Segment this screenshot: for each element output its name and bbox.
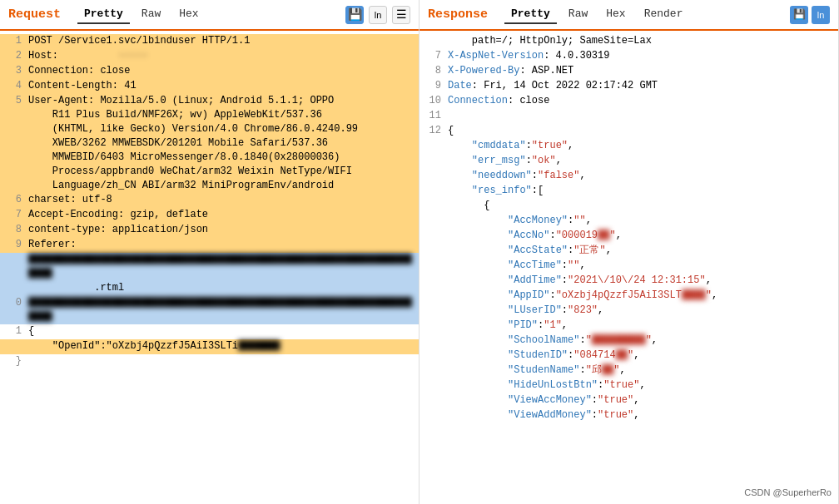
line-num xyxy=(423,139,441,140)
response-line-path: path=/; HttpOnly; SameSite=Lax xyxy=(420,34,838,49)
response-line-studenid: "StudenID":"084714██", xyxy=(420,348,838,363)
line-num: 5 xyxy=(3,94,22,106)
line-text: "PID":"1", xyxy=(448,319,835,333)
line-text: ████████████████████████████████████████… xyxy=(28,296,415,324)
request-line-2: 2 Host: ····· xyxy=(0,49,419,64)
response-line-appid: "AppID":"oXzbj4pQzzfJ5AiI3SLT████", xyxy=(420,289,838,304)
line-text: content-type: application/json xyxy=(28,223,415,237)
line-num: 4 xyxy=(3,79,22,91)
request-line-brace: 1 { xyxy=(0,324,419,339)
watermark: CSDN @SuperherRo xyxy=(744,487,832,497)
response-line-12: 12 { xyxy=(420,124,838,139)
line-num: 9 xyxy=(3,238,22,250)
line-num: 3 xyxy=(3,64,22,77)
request-line-close: } xyxy=(0,354,419,369)
line-text: "SchoolName":"█████████", xyxy=(448,334,835,348)
tab-hex-request[interactable]: Hex xyxy=(172,5,205,24)
line-text: Content-Length: 41 xyxy=(28,79,415,93)
line-text: { xyxy=(448,124,835,138)
line-text: "AccTime":"", xyxy=(448,259,835,273)
line-num xyxy=(423,34,441,35)
line-num xyxy=(423,184,441,185)
line-num: 11 xyxy=(423,109,441,121)
menu-icon-request[interactable]: ☰ xyxy=(392,6,410,24)
request-line-1: 1 POST /Service1.svc/lbinduser HTTP/1.1 xyxy=(0,34,419,49)
line-text: Connection: close xyxy=(28,64,415,78)
line-text: "ViewAccMoney":"true", xyxy=(448,393,835,408)
line-text: ████████████████████████████████████████… xyxy=(28,253,415,281)
save-icon-request[interactable]: 💾 xyxy=(345,6,364,24)
tab-pretty-request[interactable]: Pretty xyxy=(77,5,130,24)
line-text: Accept-Encoding: gzip, deflate xyxy=(28,208,415,222)
line-text: "HideUnLostBtn":"true", xyxy=(448,378,835,393)
response-line-luserid: "LUserID":"823", xyxy=(420,304,838,319)
line-num xyxy=(423,154,441,155)
response-title: Response xyxy=(428,7,488,22)
line-num xyxy=(423,408,441,409)
line-num xyxy=(3,339,22,340)
line-num: 7 xyxy=(423,49,441,62)
line-num: 12 xyxy=(423,124,441,136)
line-num: 1 xyxy=(3,324,22,337)
line-text: "cmddata":"true", xyxy=(448,139,835,153)
response-line-accno: "AccNo":"000019██", xyxy=(420,229,838,244)
request-tab-bar: Pretty Raw Hex xyxy=(77,5,337,24)
request-line-blur1: ████████████████████████████████████████… xyxy=(0,253,419,281)
line-text: "err_msg":"ok", xyxy=(448,154,835,168)
line-text: "AccMoney":"", xyxy=(448,214,835,228)
line-text: { xyxy=(28,324,415,338)
line-text: Connection: close xyxy=(448,94,835,108)
line-num xyxy=(423,199,441,200)
response-line-brace-open: { xyxy=(420,199,838,214)
save-icon-response[interactable]: 💾 xyxy=(790,6,808,24)
line-text: Referer: xyxy=(28,238,415,252)
response-line-9: 9 Date: Fri, 14 Oct 2022 02:17:42 GMT xyxy=(420,79,838,94)
line-text: Date: Fri, 14 Oct 2022 02:17:42 GMT xyxy=(448,79,835,93)
line-num xyxy=(423,304,441,304)
line-num xyxy=(423,169,441,170)
response-line-viewaddmoney: "ViewAddMoney":"true", xyxy=(420,408,838,423)
request-title: Request xyxy=(8,7,61,22)
request-line-3: 3 Connection: close xyxy=(0,64,419,79)
response-line-cmddata: "cmddata":"true", xyxy=(420,139,838,154)
response-line-11: 11 xyxy=(420,109,838,124)
request-content: 1 POST /Service1.svc/lbinduser HTTP/1.1 … xyxy=(0,31,419,504)
line-num xyxy=(423,393,441,394)
tab-hex-response[interactable]: Hex xyxy=(599,5,632,24)
line-num: 10 xyxy=(423,94,441,106)
line-num xyxy=(3,253,22,254)
line-text: "needdown":"false", xyxy=(448,169,835,183)
line-num xyxy=(423,363,441,364)
response-line-viewaccmoney: "ViewAccMoney":"true", xyxy=(420,393,838,408)
line-num: 1 xyxy=(3,34,22,47)
line-text: User-Agent: Mozilla/5.0 (Linux; Android … xyxy=(28,94,415,193)
line-num: 7 xyxy=(3,208,22,220)
line-text: charset: utf-8 xyxy=(28,193,415,207)
line-text: Host: ····· xyxy=(28,49,415,63)
line-num xyxy=(423,348,441,349)
request-panel: Request Pretty Raw Hex 💾 ln ☰ 1 POST /Se… xyxy=(0,0,420,504)
tab-render-response[interactable]: Render xyxy=(638,5,690,24)
response-line-resinfo: "res_info":[ xyxy=(420,184,838,199)
line-text: "AccNo":"000019██", xyxy=(448,229,835,243)
tab-raw-response[interactable]: Raw xyxy=(562,5,594,24)
line-text: "AppID":"oXzbj4pQzzfJ5AiI3SLT████", xyxy=(448,289,835,303)
response-line-schoolname: "SchoolName":"█████████", xyxy=(420,334,838,348)
line-num xyxy=(423,319,441,319)
response-header: Response Pretty Raw Hex Render 💾 ln xyxy=(420,0,838,31)
response-line-hideunlostbtn: "HideUnLostBtn":"true", xyxy=(420,378,838,393)
line-text: "StudenName":"邱██", xyxy=(448,363,835,378)
response-line-needdown: "needdown":"false", xyxy=(420,169,838,184)
line-num xyxy=(423,259,441,259)
line-num: 8 xyxy=(423,64,441,77)
ln-icon-request[interactable]: ln xyxy=(369,6,387,24)
line-text: X-Powered-By: ASP.NET xyxy=(448,64,835,78)
line-num: 6 xyxy=(3,193,22,205)
tab-raw-request[interactable]: Raw xyxy=(135,5,167,24)
line-text: "AddTime":"2021\/10\/24 12:31:15", xyxy=(448,274,835,288)
line-num xyxy=(423,244,441,245)
tab-pretty-response[interactable]: Pretty xyxy=(504,5,557,24)
response-line-errmsg: "err_msg":"ok", xyxy=(420,154,838,169)
request-line-8: 8 content-type: application/json xyxy=(0,223,419,238)
ln-icon-response[interactable]: ln xyxy=(812,6,830,24)
